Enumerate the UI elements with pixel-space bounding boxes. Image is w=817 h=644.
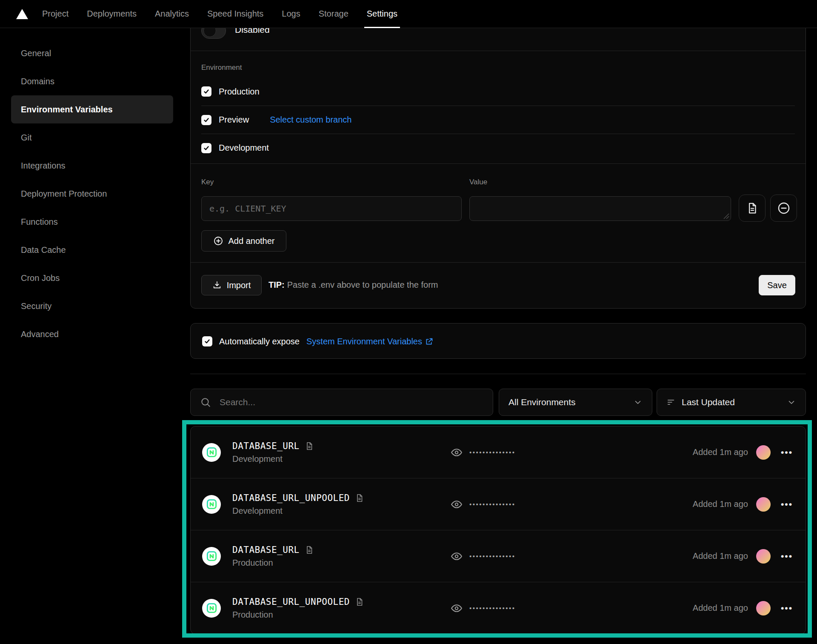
- reveal-value-button[interactable]: [450, 498, 463, 511]
- env-var-row: DATABASE_URL_UNPOOLED Production •••••••…: [191, 582, 806, 634]
- file-icon: [746, 202, 759, 215]
- settings-sidebar: GeneralDomainsEnvironment VariablesGitIn…: [11, 39, 173, 348]
- added-timestamp: Added 1m ago: [693, 551, 748, 561]
- save-button[interactable]: Save: [759, 275, 795, 295]
- sort-value: Last Updated: [682, 397, 735, 407]
- resize-grip-icon[interactable]: [723, 213, 729, 219]
- file-button[interactable]: [739, 195, 766, 222]
- reveal-value-button[interactable]: [450, 550, 463, 563]
- value-input[interactable]: [469, 196, 731, 221]
- value-label: Value: [469, 178, 487, 186]
- import-button[interactable]: Import: [201, 275, 262, 295]
- environment-section-label: Environment: [201, 63, 242, 72]
- sidebar-item-data-cache[interactable]: Data Cache: [11, 236, 173, 264]
- chevron-down-icon: [787, 398, 796, 407]
- environment-label-production: Production: [219, 87, 260, 97]
- env-var-environment: Development: [232, 506, 364, 516]
- add-another-button[interactable]: Add another: [201, 230, 286, 252]
- plus-circle-icon: [213, 236, 223, 246]
- sidebar-item-security[interactable]: Security: [11, 292, 173, 320]
- select-custom-branch-link[interactable]: Select custom branch: [270, 115, 351, 125]
- sort-select[interactable]: Last Updated: [657, 389, 806, 416]
- nav-tab-project[interactable]: Project: [41, 0, 69, 28]
- sidebar-item-domains[interactable]: Domains: [11, 67, 173, 95]
- eye-icon: [450, 498, 463, 511]
- neon-logo-icon: [206, 498, 217, 510]
- system-env-card: Automatically expose System Environment …: [190, 323, 806, 359]
- row-menu-button[interactable]: •••: [781, 447, 793, 458]
- reveal-value-button[interactable]: [450, 602, 463, 615]
- sidebar-item-environment-variables[interactable]: Environment Variables: [11, 95, 173, 123]
- env-var-environment: Production: [232, 558, 314, 568]
- eye-icon: [450, 602, 463, 615]
- neon-integration-avatar: [202, 443, 221, 462]
- added-timestamp: Added 1m ago: [693, 499, 748, 509]
- neon-logo-icon: [206, 602, 217, 614]
- checkbox-development[interactable]: [201, 143, 211, 153]
- env-variables-list: DATABASE_URL Development •••••••••••••• …: [190, 426, 806, 634]
- sidebar-item-deployment-protection[interactable]: Deployment Protection: [11, 180, 173, 208]
- nav-tab-storage[interactable]: Storage: [318, 0, 349, 28]
- added-timestamp: Added 1m ago: [693, 447, 748, 457]
- sidebar-item-integrations[interactable]: Integrations: [11, 152, 173, 180]
- check-icon: [203, 117, 210, 123]
- eye-icon: [450, 446, 463, 459]
- nav-tab-deployments[interactable]: Deployments: [86, 0, 137, 28]
- environment-label-development: Development: [219, 143, 269, 153]
- user-avatar: [756, 549, 771, 564]
- environment-row-development: Development: [201, 134, 795, 162]
- nav-tab-settings[interactable]: Settings: [366, 0, 398, 28]
- check-icon: [203, 145, 210, 152]
- search-input[interactable]: [220, 397, 483, 407]
- add-another-label: Add another: [229, 236, 275, 246]
- env-var-name: DATABASE_URL: [232, 441, 300, 451]
- user-avatar: [756, 445, 771, 460]
- env-var-row: DATABASE_URL_UNPOOLED Development ••••••…: [191, 478, 806, 530]
- note-icon: [355, 493, 364, 503]
- chevron-down-icon: [633, 398, 643, 407]
- sidebar-item-advanced[interactable]: Advanced: [11, 320, 173, 348]
- row-menu-button[interactable]: •••: [781, 551, 793, 561]
- row-menu-button[interactable]: •••: [781, 499, 793, 509]
- neon-integration-avatar: [202, 547, 221, 566]
- tip-text: TIP:Paste a .env above to populate the f…: [269, 280, 438, 290]
- save-label: Save: [767, 280, 787, 290]
- sidebar-item-general[interactable]: General: [11, 39, 173, 67]
- env-var-environment: Development: [232, 454, 314, 464]
- sidebar-item-functions[interactable]: Functions: [11, 208, 173, 236]
- checkbox-preview[interactable]: [201, 115, 211, 125]
- user-avatar: [756, 497, 771, 512]
- checkbox-production[interactable]: [201, 86, 211, 97]
- search-icon: [200, 397, 211, 408]
- divider: [190, 374, 806, 374]
- top-navigation: ProjectDeploymentsAnalyticsSpeed Insight…: [0, 0, 817, 28]
- nav-tab-speed-insights[interactable]: Speed Insights: [206, 0, 264, 28]
- import-label: Import: [227, 280, 251, 290]
- vercel-logo-icon[interactable]: [16, 9, 28, 19]
- masked-value: ••••••••••••••: [469, 449, 516, 456]
- sidebar-item-git[interactable]: Git: [11, 123, 173, 152]
- system-env-link[interactable]: System Environment Variables: [306, 337, 434, 346]
- added-timestamp: Added 1m ago: [693, 603, 748, 613]
- note-icon: [305, 545, 314, 555]
- external-link-icon: [425, 337, 434, 346]
- masked-value: ••••••••••••••: [469, 552, 516, 560]
- row-menu-button[interactable]: •••: [781, 603, 793, 613]
- env-variable-form-card: Disabled Environment ProductionPreviewSe…: [190, 0, 806, 309]
- environment-filter-select[interactable]: All Environments: [499, 389, 652, 416]
- note-icon: [355, 597, 364, 607]
- sidebar-item-cron-jobs[interactable]: Cron Jobs: [11, 264, 173, 292]
- nav-tab-analytics[interactable]: Analytics: [154, 0, 190, 28]
- reveal-value-button[interactable]: [450, 446, 463, 459]
- system-env-checkbox[interactable]: [202, 336, 212, 346]
- user-avatar: [756, 601, 771, 615]
- key-input[interactable]: [201, 196, 462, 221]
- env-var-name: DATABASE_URL: [232, 545, 300, 555]
- environment-row-preview: PreviewSelect custom branch: [201, 106, 795, 134]
- remove-row-button[interactable]: [770, 195, 797, 222]
- nav-tab-logs[interactable]: Logs: [281, 0, 301, 28]
- neon-logo-icon: [206, 550, 217, 562]
- masked-value: ••••••••••••••: [469, 501, 516, 508]
- minus-circle-icon: [777, 201, 791, 215]
- environment-filter-value: All Environments: [508, 397, 576, 407]
